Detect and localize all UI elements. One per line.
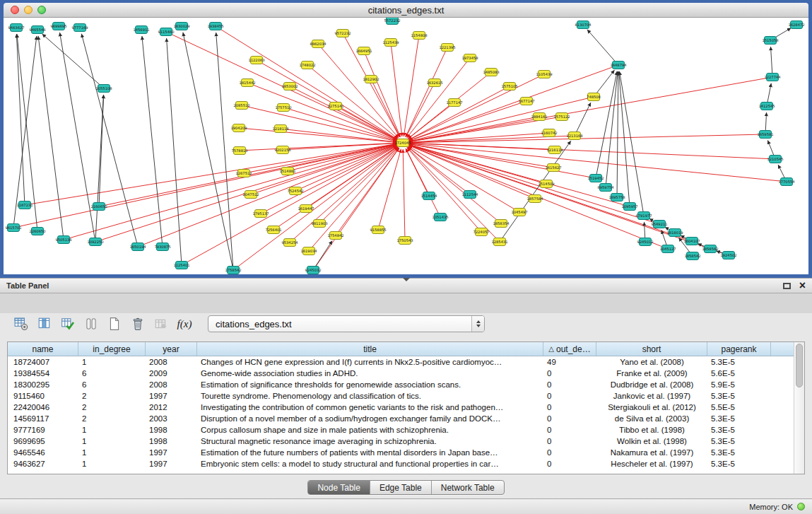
table-cell[interactable]: 5.3E-5 [707, 448, 771, 457]
graph-node[interactable]: 1045127 [659, 245, 676, 253]
graph-node[interactable]: 2275141 [327, 103, 343, 110]
graph-node[interactable]: 1858354 [493, 220, 510, 228]
graph-node[interactable]: 1650194 [129, 243, 146, 251]
graph-node[interactable]: 1456911 [133, 26, 149, 34]
graph-node[interactable]: 9202156 [274, 146, 290, 154]
graph-edge[interactable] [408, 146, 516, 210]
graph-node[interactable]: 1648794 [610, 62, 627, 69]
graph-edge[interactable] [577, 103, 591, 132]
graph-node[interactable]: 9615701 [5, 224, 21, 232]
graph-node[interactable]: 748508 [587, 93, 601, 101]
graph-node[interactable]: 1105439 [536, 71, 552, 78]
table-cell[interactable]: 19384554 [8, 369, 78, 378]
table-cell[interactable]: 5.5E-5 [707, 403, 771, 411]
graph-node[interactable]: 1815442 [239, 79, 255, 87]
graph-node[interactable]: 2260650 [29, 228, 45, 235]
graph-edge[interactable] [183, 33, 233, 266]
graph-node[interactable]: 7930875 [154, 243, 170, 251]
graph-node[interactable]: 1125401 [173, 262, 189, 269]
graph-node[interactable]: 1514454 [420, 192, 437, 200]
graph-node[interactable]: 1351435 [432, 214, 448, 221]
graph-node[interactable]: 1750543 [396, 237, 413, 245]
graph-node[interactable]: 1677147 [518, 98, 534, 105]
graph-edge[interactable] [322, 147, 398, 220]
column-header-out_de[interactable]: △out_de… [543, 342, 596, 356]
graph-node[interactable]: 1748022 [299, 62, 315, 69]
graph-node[interactable]: 1095957 [621, 203, 637, 211]
graph-node[interactable]: 5572232 [384, 18, 400, 25]
graph-node[interactable]: 1213168 [566, 132, 582, 140]
table-cell[interactable]: Estimation of the future numbers of pati… [197, 448, 543, 457]
graph-node[interactable]: 7578810 [231, 147, 247, 155]
graph-node[interactable]: 9549211 [651, 221, 667, 228]
graph-node[interactable]: 1154808 [411, 32, 427, 40]
minimize-window-button[interactable] [24, 6, 33, 14]
table-cell[interactable]: de Silva et al. (2003) [596, 414, 707, 423]
table-cell[interactable]: Changes of HCN gene expression and I(f) … [197, 358, 543, 366]
table-cell[interactable]: Embryonic stem cells: a model to study s… [197, 460, 543, 468]
graph-edge[interactable] [243, 129, 396, 143]
graph-node[interactable]: 1519452 [587, 175, 604, 182]
table-cell[interactable]: 2 [78, 414, 146, 423]
graph-node[interactable]: 1830029 [173, 23, 189, 30]
table-cell[interactable]: 0 [543, 403, 596, 411]
graph-node[interactable]: 8130704 [575, 21, 592, 29]
combo-stepper-icon[interactable] [471, 316, 484, 332]
graph-node[interactable]: 9245032 [305, 267, 321, 274]
table-cell[interactable]: Genome-wide association studies in ADHD. [197, 369, 543, 378]
graph-node[interactable]: 1210545 [767, 156, 783, 163]
graph-node[interactable]: 1122063 [248, 57, 264, 64]
table-cell[interactable]: 0 [543, 437, 596, 445]
table-cell[interactable]: 5.3E-5 [707, 414, 771, 423]
scrollbar-thumb[interactable] [796, 344, 803, 387]
graph-node[interactable]: 1125439 [382, 39, 399, 47]
graph-edge[interactable] [315, 241, 332, 267]
graph-node[interactable]: 1485083 [483, 69, 499, 76]
new-table-button[interactable] [105, 314, 124, 334]
table-cell[interactable]: 0 [543, 392, 596, 400]
graph-edge[interactable] [216, 33, 233, 266]
table-cell[interactable]: Stergiakouli et al. (2012) [596, 403, 707, 411]
graph-node[interactable]: 8959754 [597, 184, 614, 192]
graph-node[interactable]: 1619447 [298, 205, 314, 213]
graph-edge[interactable] [408, 146, 531, 197]
table-cell[interactable]: 2003 [146, 414, 197, 423]
zoom-window-button[interactable] [37, 6, 46, 14]
table-cell[interactable]: 5.3E-5 [707, 426, 771, 434]
graph-node[interactable]: 2160650 [90, 203, 107, 211]
table-cell[interactable]: 5.6E-5 [707, 369, 771, 378]
table-cell[interactable]: 0 [543, 380, 596, 389]
graph-edge[interactable] [409, 144, 592, 177]
network-graph[interactable]: 1724045185300217575101218118920215615148… [4, 18, 808, 274]
table-row[interactable]: 977716911998Corpus callosum shape and si… [8, 424, 794, 436]
table-cell[interactable]: 2 [78, 403, 146, 411]
graph-edge[interactable] [620, 71, 644, 211]
graph-edge[interactable] [237, 146, 398, 267]
graph-edge[interactable] [345, 37, 400, 137]
graph-edge[interactable] [409, 103, 523, 141]
column-settings-button[interactable] [11, 314, 31, 334]
table-cell[interactable]: Jankovic et al. (1997) [596, 392, 707, 400]
graph-node[interactable]: 2085510 [233, 102, 249, 110]
graph-edge[interactable] [406, 51, 446, 136]
graph-node[interactable]: 9158855 [370, 226, 386, 234]
window-titlebar[interactable]: citations_edges.txt [4, 3, 808, 18]
table-cell[interactable]: 2009 [146, 369, 197, 378]
table-cell[interactable]: 1 [78, 437, 146, 445]
table-cell[interactable]: Nakamura et al. (1997) [596, 448, 707, 457]
graph-node[interactable]: 1795137 [252, 210, 269, 218]
graph-node[interactable]: 7224057 [473, 228, 489, 236]
table-cell[interactable]: Hescheler et al. (1997) [596, 460, 707, 468]
graph-node[interactable]: 1884161 [531, 113, 547, 121]
table-cell[interactable]: 0 [543, 460, 596, 468]
float-panel-icon[interactable] [783, 283, 791, 289]
table-cell[interactable]: 5.9E-5 [707, 380, 771, 389]
table-cell[interactable]: Tibbo et al. (1998) [596, 426, 707, 434]
table-cell[interactable]: 0 [543, 426, 596, 434]
graph-node[interactable]: 1758542 [225, 267, 241, 274]
graph-node[interactable]: 1632615 [426, 79, 442, 87]
graph-edge[interactable] [774, 28, 791, 38]
graph-edge[interactable] [606, 71, 618, 183]
table-row[interactable]: 1938455462009Genome-wide association stu… [8, 368, 794, 379]
graph-node[interactable]: 1724045 [394, 139, 411, 147]
